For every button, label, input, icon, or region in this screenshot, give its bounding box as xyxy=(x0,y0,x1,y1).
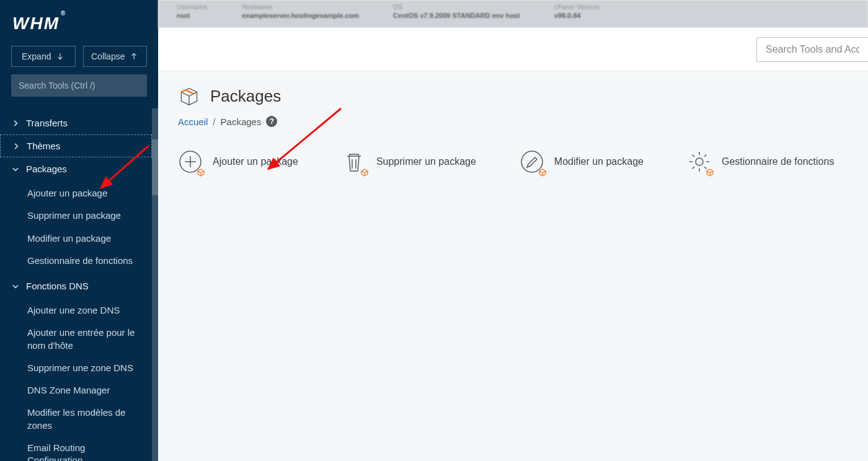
nav-label: Transferts xyxy=(26,118,68,128)
nav-section-packages: Packages Ajouter un package Supprimer un… xyxy=(0,157,152,274)
arrow-down-icon xyxy=(56,52,64,61)
nav-label: Fonctions DNS xyxy=(26,281,89,291)
sidebar-search-input[interactable] xyxy=(11,74,147,97)
info-cpanel-version: cPanel Version v98.0.84 xyxy=(554,4,600,24)
tile-add-package[interactable]: Ajouter un package xyxy=(178,149,298,174)
info-value: v98.0.84 xyxy=(554,12,600,19)
pencil-circle-icon xyxy=(520,149,544,174)
package-icon xyxy=(178,85,200,107)
global-search-input[interactable] xyxy=(756,37,868,62)
tiles-row: Ajouter un package Supprimer un package … xyxy=(178,149,848,174)
gear-icon xyxy=(687,149,712,174)
nav-section-dns: Fonctions DNS Ajouter une zone DNS Ajout… xyxy=(0,274,152,461)
sidebar-search-wrap xyxy=(0,74,158,105)
sidebar-nav: Transferts Thèmes Packages Ajouter un pa… xyxy=(0,105,152,461)
arrow-up-icon xyxy=(130,52,138,61)
chevron-down-icon xyxy=(11,165,20,173)
nav-item-edit-zone-templates[interactable]: Modifier les modèles de zones xyxy=(0,402,152,437)
nav-head-themes[interactable]: Thèmes xyxy=(0,134,152,157)
breadcrumb-current: Packages xyxy=(221,116,262,127)
info-label: Hostname xyxy=(242,4,359,11)
chevron-down-icon xyxy=(11,282,20,291)
info-label: cPanel Version xyxy=(554,4,600,11)
tile-label: Ajouter un package xyxy=(213,156,298,167)
tile-edit-package[interactable]: Modifier un package xyxy=(520,149,644,174)
main-content: Packages Accueil / Packages ? Ajouter un… xyxy=(158,71,868,461)
nav-item-dns-zone-manager[interactable]: DNS Zone Manager xyxy=(0,379,152,402)
nav-item-delete-dns-zone[interactable]: Supprimer une zone DNS xyxy=(0,357,152,379)
nav-head-packages[interactable]: Packages xyxy=(0,158,152,180)
tile-feature-manager[interactable]: Gestionnaire de fonctions xyxy=(687,149,834,174)
info-os: OS CentOS v7.9.2009 STANDARD env host xyxy=(393,4,520,24)
info-value: CentOS v7.9.2009 STANDARD env host xyxy=(393,12,520,19)
nav-item-add-dns-zone[interactable]: Ajouter une zone DNS xyxy=(0,299,152,322)
nav-section-themes: Thèmes xyxy=(0,134,152,157)
svg-point-2 xyxy=(696,158,703,165)
nav-sub-dns: Ajouter une zone DNS Ajouter une entrée … xyxy=(0,297,152,461)
nav-item-feature-manager[interactable]: Gestionnaire de fonctions xyxy=(0,250,152,272)
page-header: Packages xyxy=(178,85,848,107)
package-badge-icon xyxy=(360,168,369,177)
sidebar-scrollbar-thumb[interactable] xyxy=(152,139,158,195)
nav-head-transferts[interactable]: Transferts xyxy=(0,112,152,134)
nav-item-edit-package[interactable]: Modifier un package xyxy=(0,227,152,250)
nav-item-add-host-entry[interactable]: Ajouter une entrée pour le nom d'hôte xyxy=(0,322,152,357)
info-hostname: Hostname exampleserver.hostingexample.co… xyxy=(242,4,359,24)
nav-sub-packages: Ajouter un package Supprimer un package … xyxy=(0,180,152,274)
server-info-bar: Username root Hostname exampleserver.hos… xyxy=(158,0,868,28)
nav-item-add-package[interactable]: Ajouter un package xyxy=(0,182,152,204)
tile-delete-package[interactable]: Supprimer un package xyxy=(342,149,476,174)
breadcrumb: Accueil / Packages ? xyxy=(178,116,848,127)
sidebar: WHM® Expand Collapse Transferts Thèmes xyxy=(0,0,158,461)
trash-icon xyxy=(342,149,366,174)
nav-head-dns[interactable]: Fonctions DNS xyxy=(0,275,152,297)
collapse-button[interactable]: Collapse xyxy=(83,46,148,67)
nav-item-delete-package[interactable]: Supprimer un package xyxy=(0,204,152,227)
info-value: root xyxy=(177,12,208,19)
breadcrumb-home-link[interactable]: Accueil xyxy=(178,116,208,127)
expand-label: Expand xyxy=(22,51,51,61)
chevron-right-icon xyxy=(12,142,20,151)
tile-label: Modifier un package xyxy=(554,156,644,167)
nav-label: Packages xyxy=(26,164,67,174)
sidebar-scrollbar-track[interactable] xyxy=(152,108,158,461)
brand-name: WHM xyxy=(12,14,60,33)
nav-item-email-routing[interactable]: Email Routing Configuration xyxy=(0,437,152,461)
collapse-label: Collapse xyxy=(91,51,125,61)
expand-collapse-row: Expand Collapse xyxy=(0,40,158,74)
tile-label: Supprimer un package xyxy=(376,156,476,167)
tile-label: Gestionnaire de fonctions xyxy=(722,156,834,167)
page-title: Packages xyxy=(210,87,281,106)
brand-area: WHM® xyxy=(0,0,158,40)
plus-circle-icon xyxy=(178,149,203,174)
package-badge-icon xyxy=(538,168,547,177)
chevron-right-icon xyxy=(11,119,20,128)
info-label: Username xyxy=(177,4,208,11)
top-toolbar xyxy=(158,28,868,71)
info-value: exampleserver.hostingexample.com xyxy=(242,12,359,19)
nav-label: Thèmes xyxy=(27,141,60,151)
breadcrumb-sep: / xyxy=(213,116,215,127)
nav-section-transferts: Transferts xyxy=(0,112,152,134)
info-username: Username root xyxy=(177,4,208,24)
whm-logo[interactable]: WHM® xyxy=(12,14,146,33)
package-badge-icon xyxy=(197,168,205,177)
package-badge-icon xyxy=(706,168,714,177)
info-label: OS xyxy=(393,4,520,11)
brand-trademark: ® xyxy=(61,10,65,17)
expand-button[interactable]: Expand xyxy=(11,46,76,67)
help-icon[interactable]: ? xyxy=(266,116,277,127)
